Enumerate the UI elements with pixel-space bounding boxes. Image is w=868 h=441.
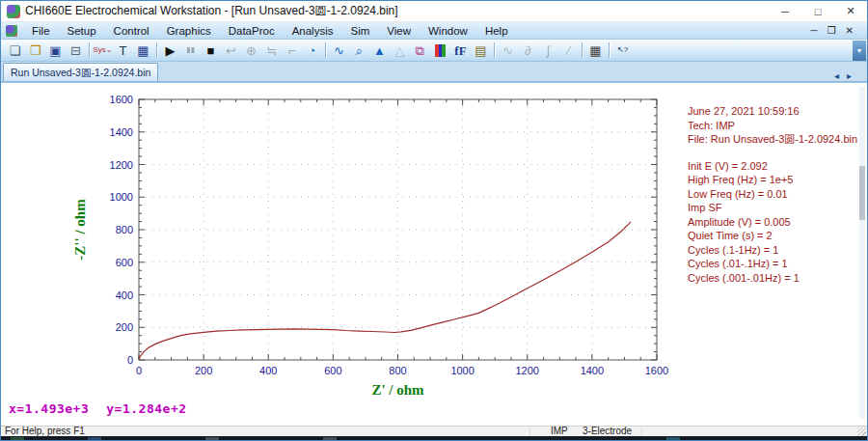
menu-bar: FileSetupControlGraphicsDataProcAnalysis… bbox=[1, 22, 867, 40]
cursor-readout: x=1.493e+3y=1.284e+2 bbox=[9, 401, 204, 416]
system-setup-icon[interactable]: Sys⌄ bbox=[93, 41, 113, 60]
tab-scroll-left-icon[interactable]: ◂ bbox=[834, 70, 839, 81]
tab-scroll-right-icon[interactable]: ▸ bbox=[847, 70, 852, 81]
copy-clipboard-icon[interactable]: ▤ bbox=[471, 41, 491, 60]
status-help-text: For Help, press F1 bbox=[5, 426, 85, 436]
vertical-scrollbar[interactable] bbox=[859, 87, 865, 419]
close-button[interactable]: ✕ bbox=[834, 1, 867, 21]
menu-analysis[interactable]: Analysis bbox=[284, 24, 342, 38]
info-line: Cycles (.001-.01Hz) = 1 bbox=[688, 271, 857, 286]
menu-setup[interactable]: Setup bbox=[59, 24, 105, 38]
context-help-icon[interactable]: ↖? bbox=[612, 41, 633, 60]
y-tick-label: 400 bbox=[116, 289, 133, 301]
open-file-icon[interactable]: ❐ bbox=[25, 41, 45, 60]
new-file-icon[interactable]: ❏ bbox=[5, 41, 25, 60]
mdi-close-button[interactable]: ✕ bbox=[846, 25, 854, 36]
mdi-minimize-button[interactable]: ─ bbox=[811, 25, 818, 36]
y-tick-label: 1600 bbox=[110, 94, 133, 105]
data-listing-icon[interactable]: ▦ bbox=[585, 41, 606, 60]
print-icon[interactable]: ⊟ bbox=[66, 41, 86, 60]
y-tick-label: 200 bbox=[116, 321, 133, 333]
filter-icon: ⌐ bbox=[282, 41, 302, 60]
baseline-fit-icon: ∕ bbox=[558, 41, 579, 60]
y-axis-title: -Z'' / ohm bbox=[72, 199, 88, 261]
info-line: Tech: IMP bbox=[688, 119, 857, 133]
y-tick-label: 800 bbox=[116, 224, 133, 235]
taskbar-sliver bbox=[1, 436, 867, 441]
menu-dataproc[interactable]: DataProc bbox=[220, 24, 284, 38]
document-icon[interactable] bbox=[6, 25, 17, 37]
info-line: June 27, 2021 10:59:16 bbox=[688, 104, 857, 119]
y-tick-label: 1400 bbox=[110, 126, 133, 138]
integrate-icon: ∫ bbox=[538, 41, 558, 60]
save-file-icon[interactable]: ▣ bbox=[45, 41, 66, 60]
tab-run-file[interactable]: Run Unsaved-3圆-1-2.0924.bin bbox=[3, 63, 158, 81]
menu-graphics[interactable]: Graphics bbox=[158, 24, 220, 38]
info-line: High Freq (Hz) = 1e+5 bbox=[688, 173, 857, 187]
y-tick-label: 1200 bbox=[110, 159, 133, 171]
x-tick-label: 0 bbox=[136, 365, 142, 376]
app-logo-icon bbox=[7, 5, 20, 18]
app-window: CHI660E Electrochemical Workstation - [R… bbox=[0, 0, 868, 441]
x-tick-label: 800 bbox=[389, 365, 406, 376]
toolbar-overflow-button[interactable]: ▾ bbox=[853, 41, 866, 61]
overlay-plots-icon[interactable]: ⧉ bbox=[410, 41, 430, 60]
info-line: Quiet Time (s) = 2 bbox=[688, 229, 857, 243]
window-layout-icon[interactable]: ▦ bbox=[133, 41, 153, 60]
data-plot-icon[interactable]: ∿ bbox=[329, 41, 349, 60]
plot-document-area: 0200400600800100012001400160002004006008… bbox=[1, 82, 867, 426]
info-line: Init E (V) = 2.092 bbox=[688, 159, 857, 174]
y-tick-label: 0 bbox=[127, 354, 133, 366]
x-tick-label: 600 bbox=[324, 365, 341, 376]
x-tick-label: 400 bbox=[259, 365, 277, 376]
experiment-info-panel: June 27, 2021 10:59:16Tech: IMPFile: Run… bbox=[688, 104, 857, 285]
cursor-y-value: y=1.284e+2 bbox=[106, 401, 186, 416]
status-bar: For Help, press F1 IMP 3-Electrode bbox=[1, 426, 867, 436]
smooth-data-icon: ∿ bbox=[498, 41, 518, 60]
cursor-x-value: x=1.493e+3 bbox=[9, 401, 89, 416]
toolbar: ❏❐▣⊟Sys⌄T▦▶▮▮■↩⊕≒⌐◔∿⌕▲△⧉fF▤∿∂∫∕▦↖? bbox=[1, 40, 867, 62]
info-line: Amplitude (V) = 0.005 bbox=[688, 215, 857, 230]
impedance-curve bbox=[139, 222, 631, 359]
x-tick-label: 1000 bbox=[450, 365, 474, 376]
menu-view[interactable]: View bbox=[378, 24, 420, 38]
tab-bar: Run Unsaved-3圆-1-2.0924.bin ◂ ▸ bbox=[1, 62, 867, 82]
zero-current-icon: ⊕ bbox=[241, 41, 261, 60]
stop-icon[interactable]: ■ bbox=[201, 41, 221, 60]
info-line: Low Freq (Hz) = 0.01 bbox=[688, 187, 857, 202]
zoom-icon[interactable]: ⌕ bbox=[349, 41, 369, 60]
menu-sim[interactable]: Sim bbox=[341, 24, 378, 38]
x-tick-label: 1400 bbox=[581, 365, 604, 376]
scrollbar-thumb[interactable] bbox=[859, 166, 865, 220]
menu-window[interactable]: Window bbox=[420, 24, 476, 38]
x-tick-label: 200 bbox=[195, 365, 212, 376]
peak-find-icon: △ bbox=[390, 41, 410, 60]
info-line: Cycles (.01-.1Hz) = 1 bbox=[688, 257, 857, 271]
status-technique: IMP bbox=[551, 426, 568, 436]
window-title: CHI660E Electrochemical Workstation - [R… bbox=[25, 3, 398, 19]
color-bars-icon[interactable] bbox=[430, 41, 450, 60]
x-axis-title: Z' / ohm bbox=[371, 382, 424, 398]
y-tick-label: 1000 bbox=[110, 191, 133, 203]
ir-comp-icon: ≒ bbox=[261, 41, 282, 60]
pause-icon: ▮▮ bbox=[180, 41, 201, 60]
title-bar: CHI660E Electrochemical Workstation - [R… bbox=[1, 1, 867, 22]
info-line: Cycles (.1-1Hz) = 1 bbox=[688, 243, 857, 258]
reverse-scan-icon: ↩ bbox=[221, 41, 241, 60]
info-line: Imp SF bbox=[688, 201, 857, 215]
menu-file[interactable]: File bbox=[23, 24, 59, 38]
derivative-icon: ∂ bbox=[518, 41, 538, 60]
menu-help[interactable]: Help bbox=[476, 24, 517, 38]
maximize-button[interactable]: □ bbox=[801, 1, 834, 21]
mdi-restore-button[interactable]: ❐ bbox=[827, 25, 836, 36]
menu-control[interactable]: Control bbox=[105, 24, 158, 38]
text-annotation-icon[interactable]: T bbox=[113, 41, 133, 60]
run-experiment-icon[interactable]: ▶ bbox=[160, 41, 180, 60]
rde-rotation-icon[interactable]: ◔ bbox=[302, 41, 322, 60]
minimize-button[interactable]: ─ bbox=[769, 1, 801, 21]
x-tick-label: 1600 bbox=[645, 365, 668, 376]
font-format-icon[interactable]: fF bbox=[450, 41, 471, 60]
status-electrode: 3-Electrode bbox=[583, 426, 632, 436]
peak-definition-icon[interactable]: ▲ bbox=[369, 41, 390, 60]
info-line: File: Run Unsaved-3圆-1-2.0924.bin bbox=[688, 132, 857, 147]
